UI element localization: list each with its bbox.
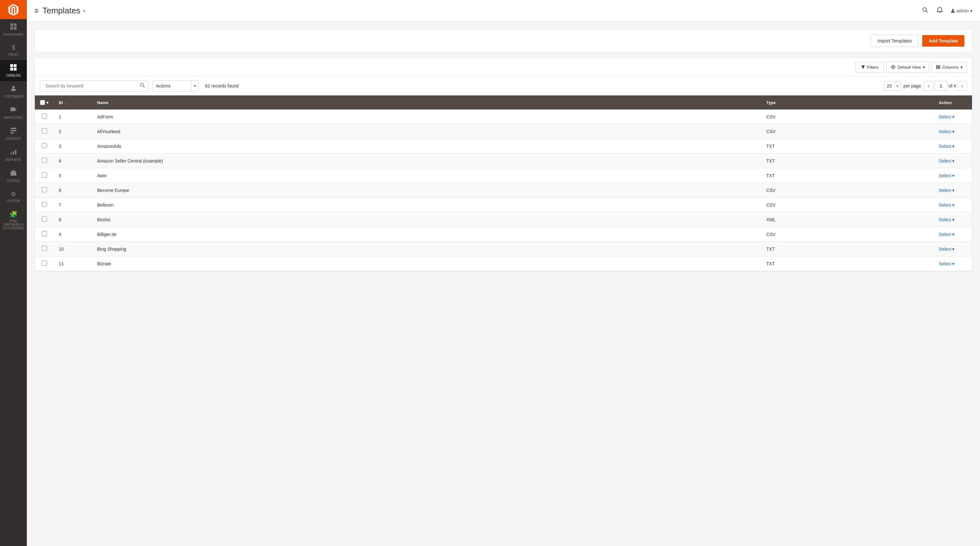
search-icon[interactable] [140, 83, 145, 89]
row-select-link[interactable]: Select ▾ [939, 159, 967, 163]
row-type: XML [761, 212, 934, 227]
row-id: 6 [54, 183, 92, 198]
row-type: TXT [761, 242, 934, 256]
row-checkbox-cell [35, 124, 54, 139]
row-checkbox-cell [35, 242, 54, 256]
view-button[interactable]: Default View ▾ [886, 62, 929, 73]
row-action: Select ▾ [934, 212, 972, 227]
row-name: Amazon Seller Central (example) [92, 154, 761, 168]
admin-dropdown-arrow: ▾ [970, 8, 972, 13]
row-checkbox[interactable] [42, 158, 47, 163]
sidebar-item-label: FIND PARTNERS & EXTENSIONS [1, 219, 25, 230]
row-select-link[interactable]: Select ▾ [939, 202, 967, 208]
per-page-dropdown[interactable]: 20 [884, 81, 894, 90]
svg-point-20 [892, 67, 894, 68]
row-checkbox-cell [35, 154, 54, 168]
row-select-link[interactable]: Select ▾ [939, 144, 967, 149]
svg-rect-13 [11, 152, 12, 154]
row-checkbox[interactable] [42, 246, 47, 251]
search-button[interactable] [921, 6, 929, 16]
row-select-link[interactable]: Select ▾ [939, 114, 967, 119]
row-checkbox[interactable] [42, 143, 47, 148]
row-checkbox[interactable] [42, 129, 47, 133]
row-select-link[interactable]: Select ▾ [939, 232, 967, 237]
row-name: Awin [92, 168, 761, 183]
row-select-link[interactable]: Select ▾ [939, 246, 967, 252]
svg-rect-12 [11, 132, 14, 133]
sidebar-item-catalog[interactable]: CATALOG [0, 60, 27, 81]
row-id: 5 [54, 168, 92, 183]
dashboard-icon [10, 23, 17, 32]
magento-logo[interactable] [0, 0, 27, 19]
row-select-link[interactable]: Select ▾ [939, 129, 967, 134]
import-templates-button[interactable]: Import Templates [871, 35, 918, 47]
row-type: CSV [761, 198, 934, 212]
table-row: 6 Become Europe CSV Select ▾ [35, 183, 972, 198]
row-id: 2 [54, 124, 92, 139]
sidebar-item-label: SYSTEM [7, 199, 20, 203]
id-column-header[interactable]: ID ↓ [54, 95, 92, 110]
row-checkbox[interactable] [42, 260, 47, 266]
current-page-input[interactable] [935, 81, 947, 90]
actions-select[interactable]: Actions [153, 81, 191, 91]
row-checkbox[interactable] [42, 216, 47, 222]
sidebar-item-system[interactable]: ⚙ SYSTEM [0, 186, 27, 206]
prev-page-button[interactable]: ‹ [924, 81, 933, 90]
table-body: 1 AdForm CSV Select ▾ 2 AllYouNeed CSV S… [35, 110, 972, 271]
row-checkbox[interactable] [42, 202, 47, 207]
header-right: admin ▾ [921, 6, 972, 16]
add-template-button[interactable]: Add Template [922, 35, 964, 47]
menu-icon[interactable]: ☰ [35, 8, 39, 13]
svg-rect-21 [936, 65, 937, 69]
sidebar-item-stores[interactable]: STORES [0, 165, 27, 186]
row-name: Beslist [92, 212, 761, 227]
row-checkbox[interactable] [42, 187, 47, 192]
notifications-button[interactable] [935, 6, 944, 16]
select-all-checkbox[interactable] [40, 100, 45, 105]
sidebar-item-customers[interactable]: CUSTOMERS [0, 81, 27, 102]
search-input[interactable] [43, 81, 140, 91]
row-name: Bing Shopping [92, 242, 761, 256]
sidebar-item-dashboard[interactable]: DASHBOARD [0, 19, 27, 40]
sidebar-item-partners[interactable]: 🧩 FIND PARTNERS & EXTENSIONS [0, 206, 27, 234]
sidebar-item-label: DASHBOARD [3, 33, 23, 37]
row-select-link[interactable]: Select ▾ [939, 173, 967, 178]
actions-dropdown[interactable]: Actions ▾ [153, 81, 199, 91]
select-all-dropdown[interactable]: ▾ [46, 100, 49, 105]
admin-name: admin [957, 8, 969, 13]
row-checkbox[interactable] [42, 231, 47, 236]
stores-icon [10, 169, 17, 178]
sidebar-item-sales[interactable]: $ SALES [0, 40, 27, 60]
row-type: CSV [761, 183, 934, 198]
sales-icon: $ [11, 44, 15, 51]
row-select-link[interactable]: Select ▾ [939, 261, 967, 266]
columns-button[interactable]: Columns ▾ [932, 62, 967, 73]
next-page-button[interactable]: › [957, 81, 967, 90]
row-checkbox[interactable] [42, 172, 47, 178]
title-dropdown-arrow[interactable]: ▾ [83, 8, 85, 13]
row-select-link[interactable]: Select ▾ [939, 217, 967, 222]
table-row: 9 Billiger.de CSV Select ▾ [35, 227, 972, 242]
sidebar-item-label: SALES [8, 53, 19, 56]
content-area: Import Templates Add Template Filters [27, 22, 980, 546]
sidebar-item-marketing[interactable]: MARKETING [0, 102, 27, 123]
per-page-select[interactable]: 20 ▾ [884, 81, 901, 90]
table-row: 3 AmazonAds TXT Select ▾ [35, 139, 972, 154]
row-select-link[interactable]: Select ▾ [939, 188, 967, 193]
customers-icon [10, 85, 17, 94]
row-type: TXT [761, 139, 934, 154]
svg-line-18 [926, 11, 928, 13]
row-id: 10 [54, 242, 92, 256]
row-checkbox[interactable] [42, 114, 47, 119]
sidebar-item-content[interactable]: CONTENT [0, 123, 27, 144]
action-column-header: Action [934, 95, 972, 110]
svg-rect-15 [15, 150, 16, 154]
select-dropdown-arrow: ▾ [952, 202, 955, 208]
row-action: Select ▾ [934, 183, 972, 198]
filters-button[interactable]: Filters [856, 62, 884, 73]
sidebar-item-reports[interactable]: REPORTS [0, 144, 27, 165]
admin-menu[interactable]: admin ▾ [950, 8, 972, 13]
sidebar: DASHBOARD $ SALES CATALOG CUSTOMERS [0, 0, 27, 546]
grid-filter-bar: Filters Default View ▾ Co [35, 58, 972, 77]
table-row: 11 Bizrate TXT Select ▾ [35, 256, 972, 271]
